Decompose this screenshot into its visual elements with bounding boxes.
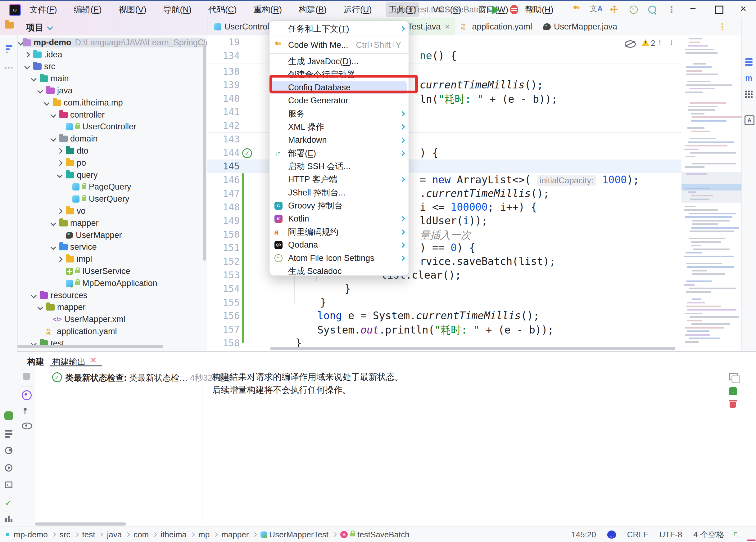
tree-item-IUserService[interactable]: IUserService — [58, 265, 207, 277]
menu-item-Code Generator[interactable]: Code Generator — [269, 94, 409, 107]
tree-item-UserMapper[interactable]: UserMapper — [58, 229, 207, 242]
test-passed-gutter-icon[interactable]: ✓ — [242, 148, 252, 158]
database-toolwindow-button[interactable] — [745, 58, 753, 66]
tree-item-main[interactable]: main — [32, 73, 207, 85]
indent-setting[interactable]: 4 个空格 — [693, 529, 724, 540]
translate-button[interactable]: 文A — [590, 4, 603, 14]
file-encoding[interactable]: UTF-8 — [659, 530, 682, 540]
menu-item-阿里编码规约[interactable]: a阿里编码规约 — [269, 225, 409, 238]
tree-item-UserQuery[interactable]: UserQuery — [64, 193, 207, 205]
menu-item-Kotlin[interactable]: KKotlin — [269, 212, 409, 225]
menu-item-Markdown[interactable]: Markdown — [269, 133, 409, 147]
terminal-toolwindow-button[interactable]: ›_ — [5, 481, 12, 488]
services-toolwindow-button[interactable] — [5, 464, 12, 472]
chevron-right-icon[interactable] — [57, 148, 62, 154]
tree-vertical-scrollbar[interactable] — [203, 43, 206, 261]
menu-item-HTTP 客户端[interactable]: HTTP 客户端 — [269, 173, 409, 186]
menu-item-XML 操作[interactable]: XML 操作 — [269, 120, 409, 133]
menubar-item-代码C[interactable]: 代码(C) — [205, 2, 240, 17]
breadcrumb-mp[interactable]: mp — [198, 530, 210, 540]
atom-plugin-button[interactable] — [630, 6, 638, 14]
menubar-item-重构R[interactable]: 重构(R) — [251, 2, 285, 17]
tree-item-com.itheima.mp[interactable]: com.itheima.mp — [45, 97, 207, 109]
menu-item-Qodana[interactable]: QDQodana — [269, 239, 409, 252]
editor-tab-UserMapper.java[interactable]: UserMapper.java — [538, 18, 623, 35]
prev-warning-button[interactable]: ↑ — [658, 37, 662, 47]
build-toolwindow-button[interactable] — [4, 411, 13, 420]
problems-toolwindow-button[interactable]: ✓ — [5, 498, 12, 508]
project-panel-header[interactable]: 项目 — [26, 22, 54, 34]
menubar-item-运行U[interactable]: 运行(U) — [340, 2, 375, 17]
menubar-item-视图V[interactable]: 视图(V) — [115, 2, 150, 17]
build-stop-button[interactable] — [23, 373, 30, 380]
commit-toolwindow-button[interactable] — [5, 430, 12, 438]
window-close-button[interactable]: × — [740, 2, 746, 15]
profiler-toolwindow-button[interactable] — [5, 447, 12, 454]
translate-paw-icon[interactable]: du — [607, 531, 616, 539]
tree-item-vo[interactable]: vo — [58, 205, 207, 217]
chevron-down-icon[interactable] — [47, 24, 53, 30]
chevron-down-icon[interactable] — [50, 112, 56, 118]
maven-toolwindow-button[interactable]: m — [745, 73, 752, 83]
run-more-button[interactable]: ⋮ — [528, 5, 538, 14]
chevron-right-icon[interactable] — [57, 257, 62, 262]
editor-horizontal-scrollbar[interactable] — [270, 347, 675, 350]
warnings-indicator[interactable] — [641, 39, 650, 46]
vcs-log-toolwindow-button[interactable] — [5, 516, 12, 522]
breadcrumb-UserMapperTest[interactable]: UserMapperTest — [260, 530, 328, 540]
build-horizontal-scrollbar[interactable] — [35, 522, 126, 526]
chevron-right-icon[interactable] — [57, 208, 62, 214]
run-config-label[interactable]: apperTest.testSaveBatch — [392, 5, 485, 15]
chevron-right-icon[interactable] — [24, 52, 30, 57]
tree-item-resources[interactable]: resources — [32, 289, 207, 301]
tree-item-impl[interactable]: impl — [58, 253, 207, 265]
tree-item-dto[interactable]: dto — [58, 145, 207, 157]
menubar-item-构建B[interactable]: 构建(B) — [296, 2, 330, 17]
tree-item-domain[interactable]: domain — [51, 133, 207, 145]
hide-inspections-button[interactable] — [625, 40, 636, 48]
build-settings-button[interactable] — [22, 390, 32, 400]
menubar-item-帮助H[interactable]: 帮助(H) — [522, 2, 557, 17]
breadcrumb-test[interactable]: test — [82, 530, 95, 540]
menubar-item-编辑E[interactable]: 编辑(E) — [71, 2, 105, 17]
menu-item-任务和上下文T[interactable]: 任务和上下文(T) — [269, 22, 409, 35]
tree-item-java[interactable]: java — [38, 85, 207, 97]
close-icon[interactable]: × — [445, 22, 450, 32]
line-separator[interactable]: CRLF — [627, 530, 648, 540]
next-warning-button[interactable]: ↓ — [669, 37, 674, 47]
chevron-down-icon[interactable] — [50, 220, 56, 226]
code-with-me-button[interactable] — [573, 6, 582, 12]
menubar-item-导航N[interactable]: 导航(N) — [160, 2, 195, 17]
pin-tab-button[interactable] — [24, 408, 27, 411]
menu-item-Atom File Icon Settings[interactable]: Atom File Icon Settings — [269, 252, 409, 265]
chevron-down-icon[interactable] — [44, 100, 49, 106]
breadcrumb-mapper[interactable]: mapper — [221, 530, 249, 540]
tree-item-MpDemoApplication[interactable]: MpDemoApplication — [58, 277, 207, 289]
chevron-down-icon[interactable] — [50, 245, 56, 250]
build-status-row[interactable]: 类最新状态检查: 类最新状态检… 4秒323毫秒 — [65, 372, 234, 383]
chevron-down-icon[interactable] — [24, 64, 30, 70]
tree-item-.idea[interactable]: .idea — [25, 49, 207, 61]
editor-minimap[interactable] — [681, 35, 741, 351]
tree-item-UserMapper.xml[interactable]: </>UserMapper.xml — [45, 313, 207, 325]
chevron-down-icon[interactable] — [50, 136, 56, 142]
chevron-down-icon[interactable] — [31, 76, 36, 82]
scroll-to-end-button[interactable]: ↓ — [729, 387, 737, 395]
window-minimize-button[interactable]: − — [690, 2, 696, 15]
run-button[interactable] — [492, 6, 500, 14]
build-view-options-button[interactable] — [22, 422, 32, 429]
menu-item-启动 SSH 会话[interactable]: 启动 SSH 会话... — [269, 160, 409, 173]
build-tool-label[interactable]: 构建 — [27, 356, 44, 367]
structure-toolwindow-button[interactable] — [6, 45, 13, 53]
tree-item-application.yaml[interactable]: YAMLapplication.yaml — [38, 325, 207, 337]
tree-item-service[interactable]: service — [51, 242, 207, 254]
chevron-down-icon[interactable] — [37, 305, 43, 310]
tree-item-po[interactable]: po — [58, 157, 207, 169]
menu-item-Groovy 控制台[interactable]: GGroovy 控制台 — [269, 199, 409, 212]
more-toolwindows-button[interactable]: ⋯ — [4, 62, 14, 73]
menu-item-服务[interactable]: 服务 — [269, 107, 409, 120]
chevron-down-icon[interactable] — [31, 292, 36, 298]
tree-item-query[interactable]: query — [58, 169, 207, 181]
breadcrumb-itheima[interactable]: itheima — [161, 530, 187, 540]
chevron-down-icon[interactable] — [37, 88, 43, 93]
